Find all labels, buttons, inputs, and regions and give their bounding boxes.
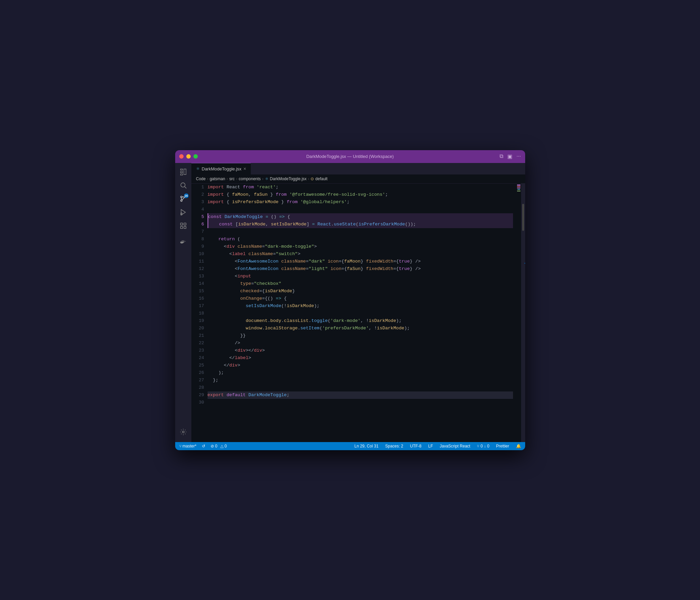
tab-darkmodetogglejsx[interactable]: ⚛ DarkModeToggle.jsx ×: [191, 163, 251, 174]
spaces-item[interactable]: Spaces: 2: [384, 442, 404, 450]
code-line-11: <FontAwesomeIcon className="dark" icon={…: [207, 258, 513, 265]
svg-point-2: [180, 196, 182, 198]
git-icon: ⑂: [179, 444, 181, 449]
code-line-12: <FontAwesomeIcon className="light" icon=…: [207, 265, 513, 273]
file-icon: ⚛: [196, 166, 200, 171]
sync-icon: ↺: [202, 444, 205, 449]
svg-rect-12: [180, 226, 182, 228]
line-ending-label: LF: [428, 444, 433, 449]
more-options-icon[interactable]: ···: [517, 153, 521, 159]
minimize-button[interactable]: [186, 154, 191, 158]
sep3: ›: [236, 176, 237, 181]
code-line-29: export default DarkModeToggle;: [207, 392, 513, 399]
formatter-item[interactable]: Prettier: [495, 442, 511, 450]
code-line-17: setIsDarkMode(!isDarkMode);: [207, 302, 513, 310]
activity-bar: 16: [175, 163, 191, 442]
breadcrumb-filename[interactable]: DarkModeToggle.jsx: [270, 176, 307, 181]
sidebar-item-extensions[interactable]: [177, 220, 189, 232]
status-right: Ln 29, Col 31 Spaces: 2 UTF-8 LF JavaScr…: [353, 442, 523, 450]
maximize-button[interactable]: [193, 154, 198, 158]
svg-point-0: [180, 182, 185, 187]
svg-point-4: [180, 200, 182, 201]
sync-item[interactable]: ↺: [200, 442, 206, 450]
sep5: ›: [308, 176, 309, 181]
svg-rect-13: [183, 226, 185, 228]
status-left: ⑂ master* ↺ ⊘ 0 △ 0: [178, 442, 228, 450]
sidebar-item-explorer[interactable]: [177, 166, 189, 178]
breadcrumb-components[interactable]: components: [239, 176, 260, 181]
breadcrumb: Code › gatsman › src › components › ⚛ Da…: [191, 175, 525, 183]
window-controls: [179, 154, 198, 158]
code-line-14: type="checkbox": [207, 280, 513, 288]
editor-area: ⚛ DarkModeToggle.jsx × Code › gatsman › …: [191, 163, 525, 442]
code-line-3: import { isPrefersDarkMode } from '@glob…: [207, 198, 513, 206]
code-line-2: import { faMoon, faSun } from '@fortawes…: [207, 191, 513, 198]
sep4: ›: [262, 176, 264, 181]
language-item[interactable]: JavaScript React: [439, 442, 472, 450]
breadcrumb-code[interactable]: Code: [196, 176, 206, 181]
breadcrumb-src[interactable]: src: [229, 176, 234, 181]
line-numbers: 1234 5 6 78910 11121314 15161718 1920212…: [191, 183, 207, 442]
sidebar-item-search[interactable]: [177, 179, 189, 191]
code-line-26: );: [207, 369, 513, 377]
encoding-label: UTF-8: [410, 444, 422, 449]
code-line-7: [207, 228, 513, 235]
encoding-item[interactable]: UTF-8: [409, 442, 423, 450]
breadcrumb-gatsman[interactable]: gatsman: [209, 176, 225, 181]
sep2: ›: [226, 176, 228, 181]
vscode-window: DarkModeToggle.jsx — Untitled (Workspace…: [175, 150, 525, 450]
code-line-5: const DarkModeToggle = () => {: [207, 213, 513, 221]
svg-line-1: [184, 186, 186, 188]
code-line-22: />: [207, 340, 513, 347]
main-area: 16: [175, 163, 525, 442]
git-info-item[interactable]: ⑂ 0 ↓ 0: [476, 442, 491, 450]
notification-bell[interactable]: 🔔: [515, 442, 523, 450]
sidebar-item-docker[interactable]: [177, 236, 189, 248]
git-branch-item[interactable]: ⑂ master*: [178, 442, 198, 450]
code-line-18: [207, 310, 513, 317]
titlebar-actions: ⧉ ▣ ···: [500, 153, 521, 159]
svg-marker-8: [181, 209, 185, 215]
code-line-8: return (: [207, 235, 513, 243]
position-item[interactable]: Ln 29, Col 31: [353, 442, 380, 450]
errors-item[interactable]: ⊘ 0 △ 0: [209, 442, 228, 450]
language-label: JavaScript React: [440, 444, 471, 449]
code-line-28: [207, 384, 513, 392]
code-line-20: window.localStorage.setItem('prefersDark…: [207, 325, 513, 332]
toggle-sidebar-icon[interactable]: ▣: [507, 153, 512, 159]
window-title: DarkModeToggle.jsx — Untitled (Workspace…: [306, 154, 394, 159]
code-content[interactable]: import React from 'react'; import { faMo…: [207, 183, 517, 442]
code-line-30: [207, 399, 513, 406]
code-line-4: [207, 206, 513, 213]
position-label: Ln 29, Col 31: [354, 444, 378, 449]
sep1: ›: [207, 176, 208, 181]
scrollbar-thumb[interactable]: [522, 204, 524, 231]
source-control-badge: 16: [184, 193, 189, 198]
scrollbar[interactable]: [521, 183, 525, 442]
spaces-label: Spaces: 2: [385, 444, 403, 449]
svg-line-7: [182, 197, 184, 200]
close-button[interactable]: [179, 154, 183, 158]
git-info-label: ⑂ 0 ↓ 0: [477, 444, 489, 449]
split-editor-icon[interactable]: ⧉: [500, 153, 503, 159]
svg-point-14: [182, 431, 184, 433]
code-line-10: <label className="switch">: [207, 250, 513, 258]
settings-icon[interactable]: [177, 426, 189, 438]
tab-label: DarkModeToggle.jsx: [202, 166, 242, 171]
tab-close-button[interactable]: ×: [243, 166, 246, 171]
status-bar: ⑂ master* ↺ ⊘ 0 △ 0 Ln 29, Col 31 Spaces…: [175, 442, 525, 450]
sidebar-item-run[interactable]: [177, 206, 189, 218]
errors-label: ⊘ 0: [210, 444, 217, 449]
code-line-16: onChange={() => {: [207, 295, 513, 302]
svg-rect-11: [183, 223, 185, 225]
code-line-19: document.body.classList.toggle('dark-mod…: [207, 317, 513, 325]
code-line-25: </div>: [207, 362, 513, 369]
line-ending-item[interactable]: LF: [427, 442, 434, 450]
breadcrumb-symbol-icon: ⊙: [310, 176, 314, 181]
git-branch-label: master*: [182, 444, 196, 449]
breadcrumb-symbol[interactable]: default: [315, 176, 327, 181]
code-editor[interactable]: 1234 5 6 78910 11121314 15161718 1920212…: [191, 183, 525, 442]
code-line-1: import React from 'react';: [207, 183, 513, 191]
sidebar-item-source-control[interactable]: 16: [177, 193, 189, 205]
svg-rect-10: [180, 223, 182, 225]
